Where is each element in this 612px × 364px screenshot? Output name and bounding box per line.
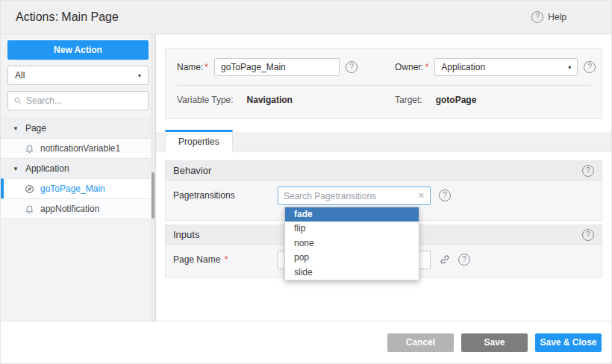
help-label: Help: [548, 12, 566, 22]
tree-item-appnotification[interactable]: appNotification: [1, 198, 155, 219]
dropdown-option-none[interactable]: none: [285, 236, 419, 251]
tab-strip: Properties: [156, 132, 611, 152]
save-button[interactable]: Save: [461, 333, 528, 352]
inputs-title: Inputs: [173, 229, 199, 240]
dropdown-option-flip[interactable]: flip: [285, 222, 419, 236]
tree-group-application[interactable]: ▼ Application: [1, 158, 155, 178]
variable-type-label: Variable Type:: [177, 95, 234, 105]
page-title: Actions: Main Page: [16, 10, 119, 24]
sidebar-search-input[interactable]: [26, 95, 142, 106]
behavior-help-icon[interactable]: ?: [582, 165, 594, 177]
filter-value: All: [15, 70, 25, 81]
header: Actions: Main Page ? Help: [1, 1, 611, 34]
tree-divider: [1, 219, 155, 219]
collapse-triangle-icon: ▼: [13, 166, 19, 172]
name-label: Name:*: [177, 62, 208, 72]
new-action-button[interactable]: New Action: [7, 40, 149, 60]
card-divider: [177, 85, 590, 86]
notification-icon: [25, 144, 34, 154]
caret-down-icon: ▾: [138, 72, 141, 79]
target-label: Target:: [395, 95, 422, 105]
owner-select[interactable]: Application ▾: [434, 58, 578, 76]
dropdown-option-slide[interactable]: slide: [285, 266, 419, 280]
target-value: gotoPage: [436, 95, 477, 105]
owner-label: Owner:*: [395, 62, 428, 72]
action-tree: ▼ Page notificationVariable1 ▼ Applicati…: [1, 118, 155, 219]
save-and-close-button[interactable]: Save & Close: [535, 333, 602, 352]
behavior-title: Behavior: [173, 165, 211, 176]
pagetransitions-combobox: ✕: [278, 186, 431, 205]
filter-select[interactable]: All ▾: [7, 66, 149, 85]
action-summary-card: Name:* ? Owner:* Application ▾ ?: [165, 48, 602, 119]
footer-bar: Cancel Save Save & Close: [1, 321, 611, 363]
owner-value: Application: [441, 62, 485, 72]
page-name-help-icon[interactable]: ?: [458, 254, 470, 266]
help-icon: ?: [531, 11, 543, 23]
sidebar-scrollbar-track[interactable]: [151, 34, 155, 321]
pagetransitions-dropdown: fade flip none pop slide: [284, 207, 419, 280]
dropdown-option-pop[interactable]: pop: [285, 251, 419, 265]
help-button[interactable]: ? Help: [531, 11, 566, 23]
tab-properties[interactable]: Properties: [165, 130, 233, 153]
sidebar: New Action All ▾ ▼ Page notificationVar: [1, 34, 156, 321]
caret-down-icon: ▾: [568, 64, 571, 71]
dialog-body: New Action All ▾ ▼ Page notificationVar: [1, 34, 611, 321]
sidebar-scrollbar-thumb[interactable]: [152, 172, 154, 219]
required-asterisk: *: [425, 62, 429, 72]
tree-item-gotopage-main[interactable]: goToPage_Main: [1, 178, 155, 198]
required-asterisk: *: [204, 62, 208, 72]
sidebar-controls: New Action All ▾: [1, 40, 155, 110]
navigation-icon: [25, 184, 34, 194]
pagetransitions-search-input[interactable]: [284, 191, 415, 201]
notification-icon: [25, 204, 34, 214]
tree-group-page[interactable]: ▼ Page: [1, 118, 155, 138]
main-panel: Name:* ? Owner:* Application ▾ ?: [156, 34, 611, 321]
clear-icon[interactable]: ✕: [418, 191, 425, 201]
tree-item-notificationvariable1[interactable]: notificationVariable1: [1, 138, 155, 158]
pagetransitions-help-icon[interactable]: ?: [439, 189, 451, 201]
name-input[interactable]: [214, 58, 340, 76]
pagetransitions-label: Pagetransitions: [173, 186, 278, 205]
owner-help-icon[interactable]: ?: [584, 61, 596, 73]
search-icon: [14, 96, 22, 105]
behavior-header: Behavior ?: [166, 161, 602, 181]
page-name-label: Page Name *: [173, 251, 278, 269]
actions-dialog: Actions: Main Page ? Help New Action All…: [0, 0, 612, 364]
cancel-button[interactable]: Cancel: [387, 333, 454, 352]
sidebar-search: [7, 91, 149, 110]
link-icon[interactable]: [440, 254, 450, 265]
variable-type-value: Navigation: [247, 95, 293, 105]
collapse-triangle-icon: ▼: [13, 125, 19, 132]
dropdown-option-fade[interactable]: fade: [285, 207, 419, 222]
required-asterisk: *: [225, 254, 228, 265]
inputs-help-icon[interactable]: ?: [582, 229, 594, 241]
name-help-icon[interactable]: ?: [346, 61, 357, 73]
